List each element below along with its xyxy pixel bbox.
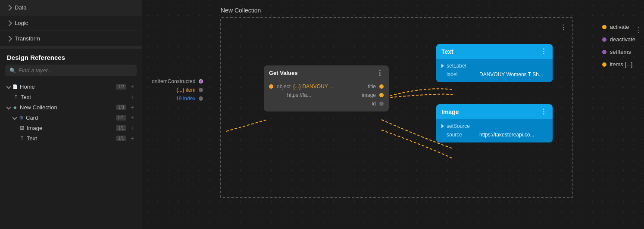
text-node-body: setLabel label DANVOUY Womens T Sh... <box>436 59 553 82</box>
sidebar-item-data[interactable]: Data <box>0 0 142 15</box>
image-node-title: Image <box>441 108 459 115</box>
arrow-set-label <box>441 64 444 68</box>
activate-label: activate <box>610 24 629 30</box>
index-row: 19 index <box>152 96 203 102</box>
chevron-right-icon <box>6 20 12 26</box>
set-items-item: setItems <box>602 49 635 55</box>
image-node-header: Image ⋮ <box>436 104 553 119</box>
on-item-constructed-node: onItemConstructed {...} item 19 index <box>152 78 203 102</box>
image-node-menu[interactable]: ⋮ <box>540 108 547 116</box>
tree-item-card[interactable]: ⊞ Card 0/1 + <box>0 112 142 123</box>
collection-label: New Collection <box>221 7 261 14</box>
chevron-right-icon <box>6 4 12 10</box>
sidebar: Data Logic Transform Design References 🔍… <box>0 0 142 229</box>
label-key: label <box>447 71 477 77</box>
add-icon-card[interactable]: + <box>130 114 135 121</box>
deactivate-dot <box>602 37 606 42</box>
gv-object-value: {...} DANVOUY ... <box>293 84 365 90</box>
outer-menu-button[interactable]: ⋮ <box>635 26 643 34</box>
chevron-right-icon <box>6 35 12 41</box>
image-source-row: source https://fakestoreapi.co... <box>441 130 547 139</box>
text-node-title: Text <box>441 48 453 55</box>
component-icon: ◈ <box>12 104 18 110</box>
search-input[interactable] <box>19 67 132 74</box>
get-values-header: Get Values ⋮ <box>264 65 389 80</box>
port-index <box>199 96 203 101</box>
sidebar-item-data-label: Data <box>15 4 26 11</box>
tree-badge-image: 1/1 <box>116 125 126 131</box>
collection-menu-button[interactable]: ⋮ <box>560 23 567 31</box>
gv-row-1: object {...} DANVOUY ... title <box>264 82 389 91</box>
item-row: {...} item <box>152 87 203 93</box>
get-values-title: Get Values <box>269 70 297 76</box>
set-source-label: setSource <box>447 123 477 129</box>
tree-item-new-collection[interactable]: ◈ New Collection 1/3 + <box>0 102 142 112</box>
chevron-down-icon <box>6 105 11 109</box>
outer-three-dots-icon[interactable]: ⋮ <box>635 26 643 34</box>
text-label-row: label DANVOUY Womens T Sh... <box>441 70 547 79</box>
add-icon-home[interactable]: + <box>130 83 135 90</box>
collection-container: New Collection ⋮ onItemConstructed {...}… <box>220 17 573 198</box>
port-id-out <box>379 102 384 106</box>
image-set-source-row: setSource <box>441 122 547 130</box>
tree-badge-text-card: 1/1 <box>116 136 126 141</box>
gv-row-3: id <box>264 99 389 108</box>
tree-badge-home: 1/2 <box>116 84 126 90</box>
index-label: 19 index <box>176 96 195 102</box>
tree-label-new-collection: New Collection <box>20 104 114 111</box>
tree-item-image[interactable]: 🖼 Image 1/1 + <box>0 123 142 133</box>
sidebar-item-transform-label: Transform <box>15 35 40 42</box>
get-values-rows: object {...} DANVOUY ... title https://f… <box>264 80 389 111</box>
get-values-node: Get Values ⋮ object {...} DANVOUY ... ti… <box>264 65 389 111</box>
port-image-out <box>379 93 384 97</box>
text-node-menu[interactable]: ⋮ <box>540 47 547 56</box>
gv-title-label: title <box>368 84 376 90</box>
activate-item: activate <box>602 24 635 30</box>
gv-row-2: https://fa... image <box>264 91 389 99</box>
page-icon: 📄 <box>12 84 18 90</box>
layer-tree: 📄 Home 1/2 + T Text + ◈ New Collection 1… <box>0 80 142 229</box>
deactivate-label: deactivate <box>610 36 635 43</box>
activate-dot <box>602 25 606 29</box>
port-title-out <box>379 84 384 89</box>
tree-label-card: Card <box>26 114 114 121</box>
gv-object-label: object <box>277 84 291 90</box>
image-node: Image ⋮ setSource source https://fakesto… <box>436 104 553 142</box>
chevron-down-icon <box>6 84 11 89</box>
collapsed-items: Data Logic Transform <box>0 0 142 47</box>
design-references-section: Design References 🔍 📄 Home 1/2 + T Text … <box>0 49 142 229</box>
text-icon: T <box>13 94 19 100</box>
item-label: {...} item <box>176 87 195 93</box>
frame-icon: ⊞ <box>18 114 24 121</box>
add-icon-image[interactable]: + <box>130 124 135 131</box>
arrow-set-source <box>441 124 444 128</box>
tree-label-text-card: Text <box>27 135 114 142</box>
add-icon-text-card[interactable]: + <box>130 135 135 142</box>
sidebar-item-logic[interactable]: Logic <box>0 15 142 31</box>
source-key: source <box>447 132 477 138</box>
tree-label-text: Text <box>21 94 128 100</box>
main-canvas[interactable]: New Collection ⋮ onItemConstructed {...}… <box>142 0 644 229</box>
search-icon: 🔍 <box>9 68 16 74</box>
chevron-down-icon <box>12 115 17 120</box>
set-items-label: setItems <box>610 49 631 55</box>
tree-item-text-home[interactable]: T Text + <box>0 92 142 102</box>
section-title: Design References <box>0 49 142 65</box>
tree-badge-collection: 1/3 <box>116 105 126 110</box>
search-bar: 🔍 <box>5 65 137 76</box>
tree-item-home[interactable]: 📄 Home 1/2 + <box>0 81 142 92</box>
on-item-constructed-row: onItemConstructed <box>152 78 203 84</box>
port-object <box>269 84 273 89</box>
add-icon-text[interactable]: + <box>130 93 135 100</box>
gv-id-label: id <box>372 101 376 107</box>
tree-badge-card: 0/1 <box>116 115 126 121</box>
tree-item-text-card[interactable]: T Text 1/1 + <box>0 133 142 143</box>
sidebar-item-transform[interactable]: Transform <box>0 31 142 46</box>
items-item: items [...] <box>602 61 635 68</box>
get-values-menu[interactable]: ⋮ <box>376 69 384 77</box>
items-dot <box>602 62 606 67</box>
port-item <box>199 88 203 92</box>
add-icon-collection[interactable]: + <box>130 104 135 111</box>
gv-image-label: image <box>362 92 376 98</box>
deactivate-item: deactivate <box>602 36 635 43</box>
